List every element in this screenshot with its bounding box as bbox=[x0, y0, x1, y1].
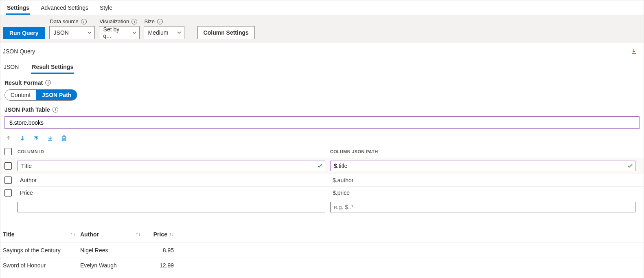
data-source-select[interactable]: JSON bbox=[49, 26, 95, 39]
select-all-checkbox[interactable] bbox=[4, 148, 12, 155]
cell-price: 8.95 bbox=[145, 247, 174, 254]
column-path-value[interactable]: $.price bbox=[330, 190, 350, 196]
column-row: Price $.price bbox=[0, 187, 644, 199]
run-query-button[interactable]: Run Query bbox=[3, 27, 45, 39]
new-column-id-input[interactable] bbox=[18, 202, 325, 212]
visualization-label: Visualization i bbox=[99, 18, 140, 24]
size-label: Size i bbox=[144, 18, 184, 24]
data-source-label: Data source i bbox=[49, 18, 95, 24]
row-checkbox[interactable] bbox=[4, 189, 12, 196]
move-down-icon[interactable] bbox=[19, 135, 26, 141]
sort-icon: ↑↓ bbox=[136, 231, 140, 238]
results-header-title[interactable]: Title ↑↓ bbox=[3, 231, 80, 238]
tab-json[interactable]: JSON bbox=[3, 62, 20, 74]
cell-title: Sword of Honour bbox=[3, 262, 80, 269]
size-select[interactable]: Medium bbox=[144, 26, 184, 39]
pill-content[interactable]: Content bbox=[5, 90, 36, 100]
column-definitions-table: COLUMN ID COLUMN JSON PATH A bbox=[0, 146, 644, 215]
row-checkbox[interactable] bbox=[4, 162, 12, 170]
cell-author: Evelyn Waugh bbox=[80, 262, 145, 269]
json-query-label: JSON Query bbox=[0, 43, 644, 55]
checkmark-icon bbox=[627, 163, 633, 169]
new-column-path-input[interactable] bbox=[330, 202, 635, 212]
column-id-header: COLUMN ID bbox=[18, 149, 44, 154]
info-icon[interactable]: i bbox=[53, 107, 58, 113]
info-icon[interactable]: i bbox=[45, 80, 51, 86]
tab-style[interactable]: Style bbox=[99, 0, 113, 15]
results-header-author[interactable]: Author ↑↓ bbox=[80, 231, 145, 238]
column-id-input[interactable] bbox=[18, 161, 325, 171]
column-row-new bbox=[0, 199, 644, 215]
column-path-input[interactable] bbox=[330, 161, 635, 171]
tab-advanced-settings[interactable]: Advanced Settings bbox=[40, 0, 89, 15]
visualization-select[interactable]: Set by q... bbox=[99, 26, 140, 39]
json-path-table-input[interactable] bbox=[4, 116, 640, 129]
sort-icon: ↑↓ bbox=[70, 231, 75, 238]
tab-result-settings[interactable]: Result Settings bbox=[31, 62, 74, 74]
info-icon[interactable]: i bbox=[81, 19, 87, 24]
column-row: Author $.author bbox=[0, 174, 644, 187]
pill-json-path[interactable]: JSON Path bbox=[36, 90, 77, 100]
info-icon[interactable]: i bbox=[157, 19, 163, 24]
download-icon[interactable] bbox=[631, 48, 641, 55]
row-checkbox[interactable] bbox=[4, 177, 12, 184]
cell-title: Sayings of the Century bbox=[3, 247, 80, 254]
chevron-down-icon bbox=[87, 30, 92, 35]
tab-settings[interactable]: Settings bbox=[6, 0, 30, 15]
cell-price: 12.99 bbox=[145, 262, 174, 269]
column-row bbox=[0, 158, 644, 174]
json-path-table-label: JSON Path Table i bbox=[4, 106, 640, 113]
move-up-icon bbox=[5, 135, 12, 141]
results-header-price[interactable]: Price ↑↓ bbox=[145, 231, 174, 238]
results-table: Title ↑↓ Author ↑↓ Price ↑↓ Sayings of t… bbox=[0, 226, 644, 278]
move-to-bottom-icon[interactable] bbox=[47, 135, 53, 141]
column-path-value[interactable]: $.author bbox=[330, 177, 353, 183]
result-format-toggle: Content JSON Path bbox=[4, 89, 77, 101]
checkmark-icon bbox=[317, 163, 323, 169]
result-format-label: Result Format i bbox=[4, 79, 640, 86]
row-actions bbox=[0, 129, 644, 146]
toolbar: Run Query Data source i JSON Visualizati… bbox=[0, 15, 644, 43]
delete-icon[interactable] bbox=[61, 135, 67, 141]
results-row: Sayings of the Century Nigel Rees 8.95 bbox=[0, 243, 644, 258]
column-settings-button[interactable]: Column Settings bbox=[197, 26, 255, 39]
move-to-top-icon[interactable] bbox=[33, 135, 39, 141]
column-id-value[interactable]: Price bbox=[18, 190, 33, 196]
column-id-value[interactable]: Author bbox=[18, 177, 37, 183]
info-icon[interactable]: i bbox=[131, 19, 137, 24]
results-row: Sword of Honour Evelyn Waugh 12.99 bbox=[0, 258, 644, 273]
results-row: Moby Dick Herman Melville 8.99 bbox=[0, 273, 644, 278]
sort-icon: ↑↓ bbox=[169, 231, 174, 238]
inner-tabs: JSON Result Settings bbox=[0, 55, 644, 74]
cell-author: Nigel Rees bbox=[80, 247, 145, 254]
top-tabs: Settings Advanced Settings Style bbox=[0, 0, 644, 15]
chevron-down-icon bbox=[132, 30, 137, 35]
column-path-header: COLUMN JSON PATH bbox=[330, 149, 640, 154]
chevron-down-icon bbox=[177, 30, 182, 35]
